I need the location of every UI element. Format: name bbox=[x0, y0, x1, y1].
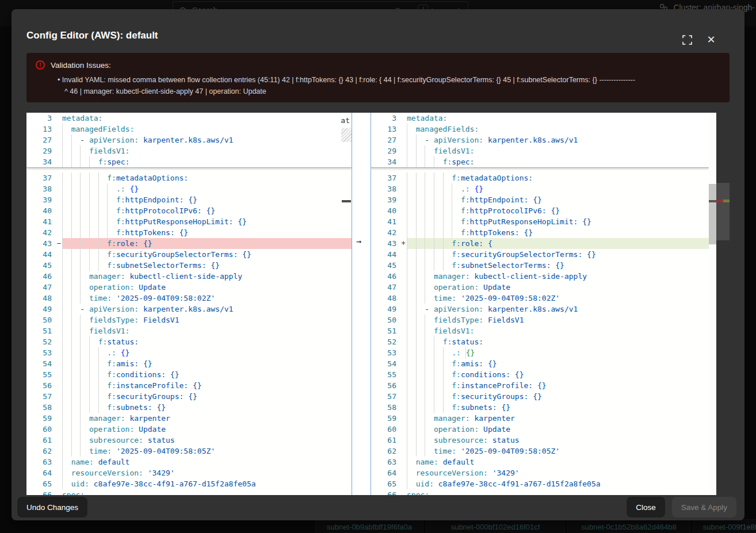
diff-sign bbox=[400, 402, 407, 413]
line-number: 61 bbox=[371, 435, 400, 446]
diff-sign bbox=[400, 156, 407, 167]
code-line[interactable]: 40 f:httpProtocolIPv6: {} bbox=[371, 205, 709, 216]
code-line[interactable]: 29 fieldsV1: bbox=[371, 145, 709, 156]
code-line[interactable]: 52 f:status: bbox=[26, 336, 352, 347]
code-line[interactable]: 13 managedFields: bbox=[26, 124, 352, 135]
code-line[interactable]: 66spec: bbox=[371, 489, 709, 495]
overview-ruler-slider[interactable] bbox=[716, 183, 730, 240]
code-line[interactable]: 46 manager: kubectl-client-side-apply bbox=[26, 271, 352, 282]
diff-original-pane[interactable]: at 3metadata:13 managedFields:27 - apiVe… bbox=[26, 113, 352, 495]
diff-sign bbox=[55, 358, 62, 369]
diff-sign bbox=[400, 380, 407, 391]
diff-sign bbox=[55, 446, 62, 457]
code-line[interactable]: 45 f:subnetSelectorTerms: {} bbox=[371, 260, 709, 271]
code-line[interactable]: 38 .: {} bbox=[26, 183, 352, 194]
line-number: 62 bbox=[26, 446, 55, 457]
code-line[interactable]: 43+ f:role: { bbox=[371, 238, 709, 249]
code-line[interactable]: 57 f:securityGroups: {} bbox=[26, 391, 352, 402]
code-line[interactable]: 53 .: {} bbox=[26, 347, 352, 358]
line-number: 55 bbox=[26, 369, 55, 380]
yaml-diff-editor[interactable]: at 3metadata:13 managedFields:27 - apiVe… bbox=[26, 113, 730, 495]
diff-sign bbox=[55, 325, 62, 336]
code-line[interactable]: 63 name: default bbox=[26, 457, 352, 467]
fullscreen-icon[interactable] bbox=[681, 34, 693, 45]
code-line[interactable]: 60 operation: Update bbox=[26, 424, 352, 435]
close-button[interactable]: Close bbox=[627, 497, 665, 517]
code-line[interactable]: 27 - apiVersion: karpenter.k8s.aws/v1 bbox=[371, 135, 709, 145]
code-line[interactable]: 49 - apiVersion: karpenter.k8s.aws/v1 bbox=[26, 304, 352, 315]
code-line[interactable]: 42 f:httpTokens: {} bbox=[371, 227, 709, 238]
code-line[interactable]: 58 f:subnets: {} bbox=[26, 402, 352, 413]
code-line[interactable]: 39 f:httpEndpoint: {} bbox=[26, 194, 352, 205]
code-line[interactable]: 48 time: '2025-09-04T09:58:02Z' bbox=[26, 293, 352, 304]
diff-modified-pane[interactable]: 3metadata:13 managedFields:27 - apiVersi… bbox=[371, 113, 709, 495]
code-line[interactable]: 51 fieldsV1: bbox=[26, 325, 352, 336]
code-line[interactable]: 34 f:spec: bbox=[26, 156, 352, 167]
config-editor-modal: Config Editor (AWS): default ✕ ! Validat… bbox=[12, 9, 744, 520]
code-line[interactable]: 50 fieldsType: FieldsV1 bbox=[371, 315, 709, 325]
code-line[interactable]: 65 uid: c8afe97e-38cc-4f91-a767-d15f2a8f… bbox=[26, 478, 352, 489]
code-line[interactable]: 66spec: bbox=[26, 489, 352, 495]
code-line[interactable]: 43− f:role: {} bbox=[26, 238, 352, 249]
code-line[interactable]: 61 subresource: status bbox=[371, 435, 709, 446]
code-line[interactable]: 58 f:subnets: {} bbox=[371, 402, 709, 413]
code-line[interactable]: 65 uid: c8afe97e-38cc-4f91-a767-d15f2a8f… bbox=[371, 478, 709, 489]
close-icon[interactable]: ✕ bbox=[705, 34, 717, 45]
code-line[interactable]: 56 f:instanceProfile: {} bbox=[26, 380, 352, 391]
diff-sign bbox=[55, 293, 62, 304]
diff-overview-ruler[interactable] bbox=[716, 113, 730, 495]
code-line[interactable]: 37 f:metadataOptions: bbox=[371, 172, 709, 183]
code-line[interactable]: 54 f:amis: {} bbox=[371, 358, 709, 369]
undo-changes-button[interactable]: Undo Changes bbox=[17, 497, 87, 517]
code-line[interactable]: 64 resourceVersion: '3429' bbox=[371, 467, 709, 478]
code-line[interactable]: 27 - apiVersion: karpenter.k8s.aws/v1 bbox=[26, 135, 352, 145]
code-line[interactable]: 50 fieldsType: FieldsV1 bbox=[26, 315, 352, 325]
code-line[interactable]: 45 f:subnetSelectorTerms: {} bbox=[26, 260, 352, 271]
line-number: 52 bbox=[26, 336, 55, 347]
code-line[interactable]: 57 f:securityGroups: {} bbox=[371, 391, 709, 402]
code-line[interactable]: 42 f:httpTokens: {} bbox=[26, 227, 352, 238]
revert-change-arrow-icon[interactable]: → bbox=[356, 236, 361, 247]
code-line[interactable]: 55 f:conditions: {} bbox=[371, 369, 709, 380]
code-line[interactable]: 64 resourceVersion: '3429' bbox=[26, 467, 352, 478]
code-line[interactable]: 48 time: '2025-09-04T09:58:02Z' bbox=[371, 293, 709, 304]
code-line[interactable]: 47 operation: Update bbox=[26, 282, 352, 293]
code-line[interactable]: 46 manager: kubectl-client-side-apply bbox=[371, 271, 709, 282]
diff-sign bbox=[400, 347, 407, 358]
line-number: 50 bbox=[371, 315, 400, 325]
code-line[interactable]: 38 .: {} bbox=[371, 183, 709, 194]
code-line[interactable]: 53 .: {} bbox=[371, 347, 709, 358]
code-line[interactable]: 61 subresource: status bbox=[26, 435, 352, 446]
code-line[interactable]: 49 - apiVersion: karpenter.k8s.aws/v1 bbox=[371, 304, 709, 315]
diff-sign bbox=[55, 172, 62, 183]
code-line[interactable]: 39 f:httpEndpoint: {} bbox=[371, 194, 709, 205]
line-number: 59 bbox=[371, 413, 400, 424]
code-line[interactable]: 29 fieldsV1: bbox=[26, 145, 352, 156]
code-line[interactable]: 51 fieldsV1: bbox=[371, 325, 709, 336]
code-line[interactable]: 34 f:spec: bbox=[371, 156, 709, 167]
code-line[interactable]: 56 f:instanceProfile: {} bbox=[371, 380, 709, 391]
code-line[interactable]: 40 f:httpProtocolIPv6: {} bbox=[26, 205, 352, 216]
code-line[interactable]: 62 time: '2025-09-04T09:58:05Z' bbox=[371, 446, 709, 457]
code-line[interactable]: 44 f:securityGroupSelectorTerms: {} bbox=[371, 249, 709, 260]
code-line[interactable]: 54 f:amis: {} bbox=[26, 358, 352, 369]
code-line[interactable]: 63 name: default bbox=[371, 457, 709, 467]
code-line[interactable]: 62 time: '2025-09-04T09:58:05Z' bbox=[26, 446, 352, 457]
code-line[interactable]: 44 f:securityGroupSelectorTerms: {} bbox=[26, 249, 352, 260]
code-line[interactable]: 60 operation: Update bbox=[371, 424, 709, 435]
code-line[interactable]: 13 managedFields: bbox=[371, 124, 709, 135]
code-line[interactable]: 59 manager: karpenter bbox=[371, 413, 709, 424]
save-apply-button[interactable]: Save & Apply bbox=[672, 497, 736, 517]
code-line[interactable]: 59 manager: karpenter bbox=[26, 413, 352, 424]
code-line[interactable]: 3metadata: bbox=[371, 113, 709, 124]
code-line[interactable]: 47 operation: Update bbox=[371, 282, 709, 293]
diff-sign bbox=[55, 369, 62, 380]
editor-scrollbar[interactable] bbox=[709, 113, 716, 495]
code-line[interactable]: 37 f:metadataOptions: bbox=[26, 172, 352, 183]
editor-scrollbar-slider[interactable] bbox=[709, 184, 716, 244]
code-line[interactable]: 52 f:status: bbox=[371, 336, 709, 347]
code-line[interactable]: 55 f:conditions: {} bbox=[26, 369, 352, 380]
code-line[interactable]: 41 f:httpPutResponseHopLimit: {} bbox=[26, 216, 352, 227]
code-line[interactable]: 41 f:httpPutResponseHopLimit: {} bbox=[371, 216, 709, 227]
code-line[interactable]: 3metadata: bbox=[26, 113, 352, 124]
